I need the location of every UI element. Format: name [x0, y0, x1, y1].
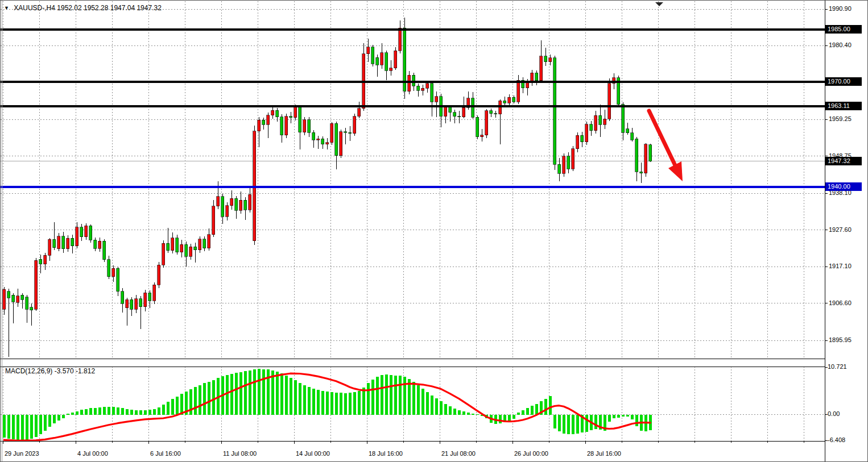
macd-bar: [226, 375, 229, 414]
macd-bar: [367, 383, 370, 414]
macd-bar: [558, 415, 561, 431]
candle-body: [194, 247, 197, 250]
candle-body: [126, 299, 129, 307]
candle-body: [208, 235, 210, 248]
macd-bar: [303, 385, 306, 415]
candle-body: [353, 116, 356, 134]
candle-body: [458, 116, 461, 117]
candle-body: [312, 132, 315, 140]
macd-bar: [371, 380, 374, 415]
candle-body: [544, 56, 547, 62]
macd-bar: [440, 401, 443, 414]
macd-bar: [522, 410, 524, 415]
macd-bar: [144, 410, 147, 415]
candle-body: [644, 144, 647, 173]
macd-bar: [321, 391, 324, 415]
macd-bar: [235, 373, 238, 414]
candle-body: [67, 238, 69, 248]
macd-bar: [44, 415, 47, 431]
candle-body: [158, 265, 160, 285]
trend-arrow-icon: [649, 111, 675, 165]
macd-bar: [421, 389, 424, 414]
candle-body: [508, 97, 511, 103]
candle-body: [376, 57, 379, 65]
macd-bar: [622, 415, 625, 417]
macd-bar: [16, 415, 19, 440]
gridlines: [1, 1, 825, 441]
macd-bar: [308, 387, 311, 415]
candle-body: [199, 239, 201, 250]
candle-body: [317, 139, 320, 140]
candle-body: [39, 259, 42, 264]
macd-bar: [26, 415, 28, 440]
macd-bar: [635, 415, 638, 426]
candle-body: [572, 149, 574, 169]
macd-bar: [508, 415, 511, 421]
macd-bar: [549, 396, 552, 415]
macd-bar: [626, 415, 629, 417]
candle-body: [462, 107, 465, 117]
macd-bar: [239, 372, 242, 415]
macd-bar: [362, 388, 365, 415]
candle-body: [426, 84, 429, 89]
macd-bar: [135, 410, 138, 415]
macd-bar: [390, 375, 392, 414]
candle-body: [335, 123, 338, 155]
macd-bar: [344, 393, 347, 415]
candle-body: [35, 260, 38, 309]
candle-body: [89, 226, 92, 240]
chart-window: ▼ XAUUSD-,H4 1952.02 1952.28 1947.04 194…: [0, 0, 868, 462]
candle-body: [558, 164, 561, 173]
candle-body: [239, 200, 242, 210]
candle-body: [476, 117, 479, 136]
candle-body: [326, 143, 329, 144]
candle-body: [144, 293, 147, 307]
candle-body: [649, 145, 652, 161]
macd-bar: [153, 409, 156, 415]
candle-body: [481, 135, 483, 137]
macd-bar: [467, 413, 470, 414]
macd-bar: [294, 380, 297, 414]
candle-body: [590, 124, 593, 131]
candle-body: [321, 139, 324, 144]
macd-bar: [108, 407, 110, 415]
candle-body: [148, 293, 151, 301]
macd-bar: [453, 409, 456, 415]
macd-bar: [435, 398, 438, 415]
candle-body: [85, 226, 88, 237]
candle-body: [308, 120, 311, 133]
candle-body: [7, 292, 10, 298]
candle-body: [540, 56, 543, 81]
candle-body: [71, 238, 74, 246]
macd-bar: [394, 376, 397, 414]
macd-bar: [526, 408, 529, 415]
candle-body: [303, 120, 306, 132]
macd-bar: [553, 415, 556, 428]
candle-body: [290, 116, 292, 118]
macd-bar: [567, 415, 570, 434]
candle-body: [490, 111, 493, 114]
macd-bar: [35, 415, 38, 437]
candle-body: [285, 116, 288, 135]
macd-bar: [353, 392, 356, 414]
macd-bar: [126, 409, 129, 415]
candle-body: [608, 84, 611, 119]
candle-body: [444, 107, 447, 116]
macd-bar: [176, 397, 179, 415]
candle-body: [599, 115, 602, 124]
candle-body: [30, 307, 33, 310]
candle-body: [276, 110, 279, 117]
candle-body: [121, 292, 124, 303]
candle-body: [167, 243, 170, 251]
candle-body: [171, 238, 174, 251]
candle-body: [21, 295, 24, 299]
macd-bar: [162, 405, 165, 414]
candle-body: [431, 84, 433, 102]
candle-body: [258, 120, 261, 131]
chart-canvas[interactable]: [1, 1, 868, 462]
macd-bar: [194, 387, 197, 414]
candle-body: [535, 73, 538, 81]
candle-body: [80, 227, 83, 237]
candle-body: [381, 53, 383, 65]
candle-body: [267, 115, 270, 125]
